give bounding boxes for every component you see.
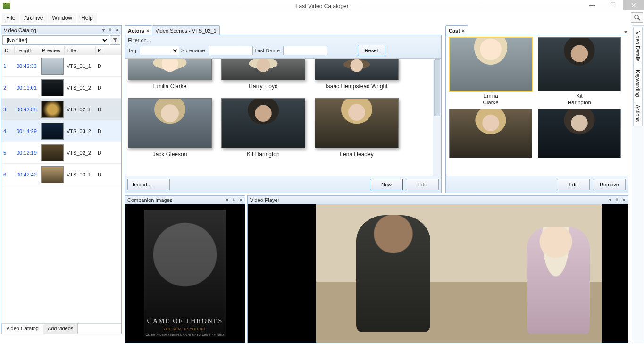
tab-actors-label: Actors [128,28,144,34]
catalog-row[interactable]: 300:42:55VTS_02_1D [1,99,121,120]
vplayer-dropdown-icon[interactable]: ▾ [607,197,613,203]
menu-file[interactable]: File [2,13,19,23]
cell-length: 00:12:19 [15,150,40,156]
catalog-table-head: ID Length Preview Title P [1,46,121,55]
surname-input[interactable] [209,46,253,55]
companion-title: Companion Images [126,197,224,203]
remove-cast-button[interactable]: Remove [593,179,626,190]
tab-add-videos[interactable]: Add videos [43,324,78,334]
cell-preview [40,100,65,119]
companion-dropdown-icon[interactable]: ▾ [224,197,230,203]
tab-cast-close-icon[interactable]: × [462,28,465,34]
video-surface[interactable] [248,204,628,343]
minimize-button[interactable]: — [582,0,602,10]
actor-card[interactable]: Isaac Hempstead Wright [315,59,399,90]
search-button[interactable] [631,12,643,23]
col-p[interactable]: P [96,46,103,55]
lastname-input[interactable] [283,46,327,55]
cast-card[interactable] [448,109,534,158]
cell-preview [40,143,65,162]
video-catalog-panel: Video Catalog ▾ ✕ [No filter] ID Length … [1,25,122,334]
col-title[interactable]: Title [65,46,96,55]
cast-name: EmiliaClarke [483,92,498,106]
new-button[interactable]: New [370,179,403,190]
vtab-actions[interactable]: Actions [633,101,643,126]
cast-card[interactable] [536,109,622,158]
actors-scrollbar[interactable] [433,59,441,176]
catalog-filter-button[interactable] [110,35,120,45]
menu-window[interactable]: Window [48,13,76,23]
cell-length: 00:42:42 [15,172,40,177]
catalog-row[interactable]: 200:19:01VTS_01_2D [1,77,121,99]
edit-cast-button[interactable]: Edit [557,179,590,190]
cell-length: 00:19:01 [15,85,40,91]
cast-panel: EmiliaClarkeKitHarington Edit Remove [445,35,628,193]
actor-card[interactable]: Emilia Clarke [128,59,212,90]
tab-scenes-label: Video Scenes - VTS_02_1 [155,28,216,34]
menu-archive[interactable]: Archive [20,13,47,23]
tab-video-scenes[interactable]: Video Scenes - VTS_02_1 [152,25,219,35]
cell-id: 6 [1,172,15,177]
col-id[interactable]: ID [1,46,15,55]
panel-dropdown-icon[interactable]: ▾ [100,27,107,33]
companion-images-panel: Companion Images ▾ ✕ GAME OF THRONES YOU… [125,195,245,343]
vtab-video-details[interactable]: Video Details [633,27,643,66]
cell-title: VTS_03_2 [65,128,96,134]
vplayer-pin-icon[interactable] [614,197,620,203]
actors-bottom-bar: Import... New Edit [125,176,441,193]
tab-actors-close-icon[interactable]: × [146,28,149,34]
cast-image [449,37,532,91]
menu-help[interactable]: Help [77,13,97,23]
titlebar: Fast Video Cataloger — ❐ ✕ [0,0,644,12]
video-player-title: Video Player [249,197,607,203]
cast-card[interactable]: EmiliaClarke [448,37,534,106]
tag-label: Taq: [128,48,138,53]
actor-card[interactable]: Kit Harington [221,98,305,158]
thumbnail-image [41,101,64,118]
catalog-row[interactable]: 400:14:29VTS_03_2D [1,120,121,142]
video-player-panel: Video Player ▾ ✕ [247,195,628,343]
col-length[interactable]: Length [15,46,40,55]
reset-button[interactable]: Reset [358,45,385,56]
edit-actors-button[interactable]: Edit [406,179,439,190]
catalog-row[interactable]: 100:42:33VTS_01_1D [1,55,121,77]
actors-scroll[interactable]: Emilia ClarkeHarry LloydIsaac Hempstead … [125,59,433,176]
catalog-filter-select[interactable]: [No filter] [2,35,109,45]
vtab-keywording[interactable]: Keywording [633,66,643,101]
cell-length: 00:42:55 [15,107,40,112]
catalog-row[interactable]: 600:42:42VTS_03_1D [1,164,121,185]
video-catalog-title: Video Catalog [3,27,100,33]
tab-video-catalog[interactable]: Video Catalog [1,324,43,334]
actor-image [128,59,212,80]
cell-p: D [96,128,103,134]
col-preview[interactable]: Preview [40,46,65,55]
companion-close-icon[interactable]: ✕ [237,197,243,203]
surname-label: Surename: [181,48,207,53]
cell-p: D [96,150,103,156]
cell-length: 00:14:29 [15,128,40,134]
actor-card[interactable]: Jack Gleeson [128,98,212,158]
catalog-row[interactable]: 500:12:19VTS_02_2D [1,142,121,164]
tab-cast[interactable]: Cast × [445,25,468,35]
maximize-button[interactable]: ❐ [602,0,623,10]
cast-tabs-dropdown-icon[interactable]: ▾ [622,28,628,35]
close-button[interactable]: ✕ [623,0,644,10]
actor-card[interactable]: Lena Headey [315,98,399,158]
actor-name: Lena Headey [340,151,373,158]
vplayer-close-icon[interactable]: ✕ [620,197,627,203]
panel-pin-icon[interactable] [107,27,113,33]
panel-close-icon[interactable]: ✕ [114,27,120,33]
poster-subtitle: YOU WIN OR YOU DIE [144,327,226,331]
tab-actors[interactable]: Actors × [125,25,152,35]
cell-preview [40,122,65,141]
cast-grid: EmiliaClarkeKitHarington [446,35,628,176]
import-button[interactable]: Import... [127,179,170,190]
actor-card[interactable]: Harry Lloyd [221,59,305,90]
companion-pin-icon[interactable] [231,197,237,203]
cast-card[interactable]: KitHarington [536,37,622,106]
companion-image-area[interactable]: GAME OF THRONES YOU WIN OR YOU DIE AN EP… [125,204,245,343]
thumbnail-image [41,144,64,161]
tag-select[interactable] [140,46,179,55]
cell-title: VTS_01_1 [65,63,96,69]
cell-id: 4 [1,128,15,134]
